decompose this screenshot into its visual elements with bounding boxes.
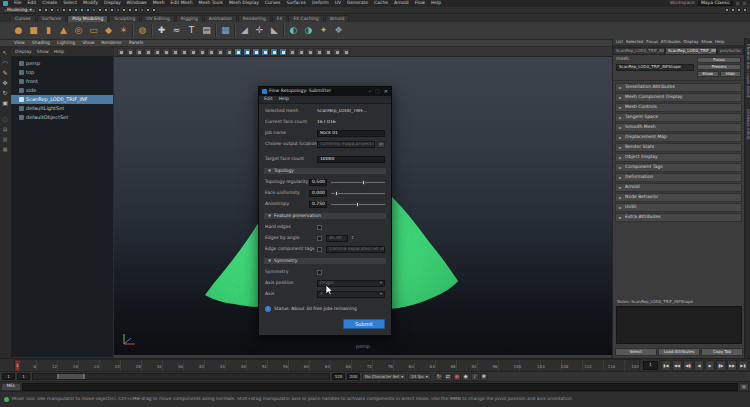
viewport-toggle-icon[interactable] [144,48,152,56]
statusline-icon[interactable] [68,8,72,12]
shelf-tab[interactable]: UV Editing [141,15,174,23]
shelf-tab[interactable]: Arnold [325,15,350,23]
menubar-item[interactable]: Windows [127,1,147,6]
layout-preset-icon[interactable]: ▦ [1,145,9,153]
shelf-tool-icon[interactable]: T [185,24,198,37]
playback-button[interactable]: ▶▶ [727,360,737,371]
viewport-toggle-icon[interactable] [171,48,179,56]
viewport-toggle-icon[interactable] [234,48,242,56]
shelf-tool-icon[interactable]: ▲ [57,24,70,37]
shelf-tab[interactable]: Rigging [176,15,203,23]
attribute-editor-menu-item[interactable]: Help [715,40,724,44]
menubar-item[interactable]: Create [42,1,57,6]
panel-menu-item[interactable]: Shading [32,41,50,46]
current-frame-marker[interactable]: 1 [15,360,20,371]
viewport-toggle-icon[interactable] [180,48,188,56]
statusline-icon[interactable] [134,8,138,12]
sidebar-toggle-icon[interactable] [743,8,747,12]
panel-menu-item[interactable]: Panels [129,41,143,46]
node-tab[interactable]: polySurfac [717,47,744,55]
hide-button[interactable]: Hide [720,71,742,77]
slider-track[interactable] [331,201,385,208]
viewport-toggle-icon[interactable] [198,48,206,56]
attribute-section-header[interactable]: ► Arnold [615,183,742,192]
viewport-toggle-icon[interactable] [288,48,296,56]
workspace-pin-icon[interactable] [735,1,740,6]
node-tab[interactable]: ScanRep_LOD0_TRIF_INF [613,47,665,55]
menubar-item[interactable]: Flow [415,1,425,6]
viewport-toggle-icon[interactable] [225,48,233,56]
viewport-toggle-icon[interactable] [207,48,215,56]
outliner-menu-item[interactable]: Display [15,50,32,55]
output-location-field[interactable]: currently maya project (uses default) [317,141,375,148]
statusline-icon[interactable] [98,8,102,12]
attribute-section-header[interactable]: ► Mesh Component Display [615,93,742,102]
layout-preset-icon[interactable]: ▤ [1,125,9,133]
footer-button[interactable]: Load Attributes [658,348,700,356]
statusline-icon[interactable] [62,8,66,12]
attribute-section-header[interactable]: ► Extra Attributes [615,213,742,222]
viewport-toggle-icon[interactable] [216,48,224,56]
animation-start-field[interactable]: 1 [2,373,15,380]
shelf-tool-icon[interactable]: ✚ [155,24,168,37]
outliner-item[interactable]: ScanRep_LOD0_TRIF_INF [11,95,113,104]
outliner-item[interactable]: side [11,86,113,95]
attribute-section-header[interactable]: ► Smooth Mesh [615,123,742,132]
tool-icon[interactable]: ✎ [1,69,9,77]
shelf-tool-icon[interactable] [234,24,236,37]
tool-icon[interactable]: ↻ [1,89,9,97]
statusline-icon[interactable] [110,8,114,12]
attribute-section-header[interactable]: ► Deformation [615,173,742,182]
menubar-item[interactable]: Help [431,1,441,6]
maximize-icon[interactable]: ▢ [375,89,380,94]
playback-button[interactable]: ▮▶ [716,360,726,371]
attribute-section-header[interactable]: ► UUID [615,203,742,212]
sidebar-toggle-icon[interactable] [737,8,741,12]
viewport-toggle-icon[interactable] [333,48,341,56]
statusline-icon[interactable] [146,8,150,12]
shelf-tab[interactable]: Curves [10,15,36,23]
viewport-toggle-icon[interactable] [279,48,287,56]
shelf-tab[interactable]: Surfaces [37,15,67,23]
statusline-icon[interactable] [86,8,90,12]
statusline-icon[interactable] [74,8,78,12]
shelf-tool-icon[interactable]: ✶ [117,24,130,37]
outliner-item[interactable]: defaultObjectSet [11,113,113,122]
layout-preset-icon[interactable]: ▢ [1,115,9,123]
symmetry-section-header[interactable]: ▼Symmetry [263,257,387,265]
edge-angle-field[interactable]: 45.00 [326,235,348,242]
show-button[interactable]: Show [697,71,719,77]
tool-icon[interactable]: ◠ [1,59,9,67]
attribute-editor-menu-item[interactable]: Show [701,40,712,44]
shelf-tab[interactable]: Rendering [238,15,271,23]
stepper-icon[interactable]: ↕ [350,235,355,242]
menubar-item[interactable]: Mesh Display [229,1,259,6]
topology-section-header[interactable]: ▼Topology [263,167,387,175]
viewport-toggle-icon[interactable] [261,48,269,56]
attribute-section-header[interactable]: ► Node Behavior [615,193,742,202]
slider-track[interactable] [331,190,385,197]
menubar-item[interactable]: Curves [265,1,281,6]
notes-textarea[interactable] [616,306,742,344]
panel-menu-item[interactable]: Renderer [101,41,122,46]
panel-menu-item[interactable]: View [14,41,25,46]
attribute-section-header[interactable]: ► Render Stats [615,143,742,152]
symmetry-checkbox[interactable] [317,270,322,275]
statusline-icon[interactable] [38,8,42,12]
anim-option-icon[interactable]: ♪ [471,373,479,381]
shelf-tab[interactable]: Poly Modeling [67,15,108,23]
statusline-icon[interactable] [152,8,156,12]
layout-preset-icon[interactable]: ▥ [1,135,9,143]
shelf-tab[interactable]: Sculpting [109,15,140,23]
presets-button[interactable]: Presets [697,64,741,70]
shelf-tool-icon[interactable]: ▭ [87,24,100,37]
script-editor-icon[interactable]: ▤ [739,383,749,391]
slider-value-field[interactable]: 0.750 [309,201,327,208]
shelf-tool-icon[interactable] [215,24,217,37]
shelf-tool-icon[interactable]: ■ [27,24,40,37]
hard-edges-checkbox[interactable] [317,225,322,230]
viewport-toggle-icon[interactable] [243,48,251,56]
shelf-tool-icon[interactable]: ◆ [102,24,115,37]
playback-button[interactable]: ◀▮ [683,360,693,371]
viewport-toggle-icon[interactable] [162,48,170,56]
